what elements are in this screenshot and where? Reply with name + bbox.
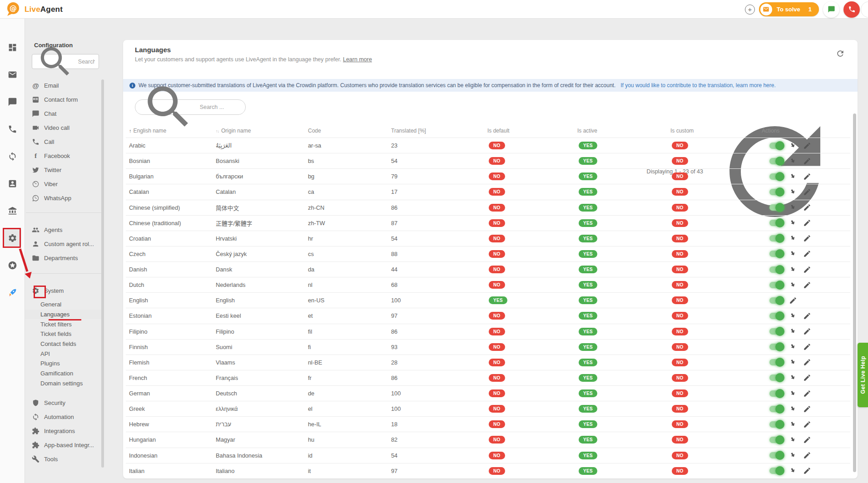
active-toggle[interactable] bbox=[769, 328, 783, 335]
active-toggle[interactable] bbox=[769, 189, 783, 195]
download-icon[interactable] bbox=[789, 374, 797, 382]
active-toggle[interactable] bbox=[769, 235, 783, 242]
partial-status-button[interactable] bbox=[861, 1, 868, 18]
sidebar-subitem-contact-fields[interactable]: Contact fields bbox=[25, 339, 103, 349]
table-row-chinese-traditional[interactable]: Chinese (traditional)正體字/繁體字zh-TW87NOYES… bbox=[126, 215, 850, 231]
table-row-greek[interactable]: Greekελληνικάel100NOYESNO bbox=[126, 401, 850, 416]
sidebar-scrollbar[interactable] bbox=[101, 79, 104, 468]
active-toggle[interactable] bbox=[769, 204, 783, 211]
table-row-hungarian[interactable]: HungarianMagyarhu82NOYESNO bbox=[126, 432, 850, 447]
sidebar-subitem-api[interactable]: API bbox=[25, 349, 103, 359]
download-icon[interactable] bbox=[789, 389, 797, 398]
active-toggle[interactable] bbox=[769, 359, 783, 365]
sidebar-item-agents[interactable]: Agents bbox=[25, 223, 103, 237]
table-row-finnish[interactable]: FinnishSuomifi93NOYESNO bbox=[126, 339, 850, 355]
table-search-input[interactable] bbox=[200, 104, 240, 110]
column-header-is-custom[interactable]: Is custom bbox=[670, 128, 762, 134]
banner-link[interactable]: If you would like to contribute to the t… bbox=[620, 82, 776, 89]
table-row-bosnian[interactable]: BosnianBosanskibs54NOYESNO bbox=[126, 153, 850, 168]
table-row-dutch[interactable]: DutchNederlandsnl68NOYESNO bbox=[126, 277, 850, 292]
rail-item-contact-card[interactable] bbox=[3, 174, 21, 192]
sidebar-subitem-domain-settings[interactable]: Domain settings bbox=[25, 379, 103, 389]
download-icon[interactable] bbox=[789, 327, 797, 335]
download-icon[interactable] bbox=[789, 172, 797, 181]
edit-icon[interactable] bbox=[803, 234, 811, 242]
rail-item-call[interactable] bbox=[3, 120, 21, 138]
column-header-actions[interactable]: Actions bbox=[762, 128, 850, 134]
edit-icon[interactable] bbox=[803, 312, 811, 320]
sidebar-item-departments[interactable]: Departments bbox=[25, 251, 103, 265]
active-toggle[interactable] bbox=[769, 406, 783, 412]
download-icon[interactable] bbox=[789, 234, 797, 242]
sidebar-item-automation[interactable]: Automation bbox=[25, 410, 103, 424]
edit-icon[interactable] bbox=[803, 203, 811, 212]
call-status-button[interactable] bbox=[843, 1, 860, 18]
edit-icon[interactable] bbox=[803, 420, 811, 429]
download-icon[interactable] bbox=[789, 451, 797, 459]
edit-icon[interactable] bbox=[803, 436, 811, 444]
learn-more-link[interactable]: Learn more bbox=[343, 56, 372, 63]
table-row-catalan[interactable]: CatalanCatalanca17NOYESNO bbox=[126, 184, 850, 199]
active-toggle[interactable] bbox=[769, 220, 783, 226]
active-toggle[interactable] bbox=[769, 143, 783, 149]
edit-icon[interactable] bbox=[803, 327, 811, 335]
edit-icon[interactable] bbox=[803, 343, 811, 351]
sidebar-search[interactable] bbox=[32, 54, 99, 69]
sidebar-item-contact-form[interactable]: Contact form bbox=[25, 93, 103, 107]
liveagent-logo[interactable]: @ LiveAgent bbox=[6, 2, 63, 17]
active-toggle[interactable] bbox=[769, 375, 783, 381]
edit-icon[interactable] bbox=[789, 296, 797, 305]
table-row-french[interactable]: FrenchFrançaisfr86NOYESNO bbox=[126, 370, 850, 385]
sidebar-item-app-based-integr[interactable]: App-based Integr... bbox=[25, 438, 103, 452]
download-icon[interactable] bbox=[789, 312, 797, 320]
rail-item-chat[interactable] bbox=[3, 93, 21, 111]
add-new-button[interactable]: + bbox=[745, 5, 755, 15]
active-toggle[interactable] bbox=[769, 158, 783, 164]
table-row-english[interactable]: EnglishEnglishen-US100YESYESNO bbox=[126, 292, 850, 308]
table-row-filipino[interactable]: FilipinoFilipinofil86NOYESNO bbox=[126, 324, 850, 339]
active-toggle[interactable] bbox=[769, 468, 783, 474]
edit-icon[interactable] bbox=[803, 358, 811, 366]
sidebar-item-twitter[interactable]: Twitter bbox=[25, 163, 103, 177]
edit-icon[interactable] bbox=[803, 219, 811, 227]
rail-item-mail[interactable] bbox=[3, 65, 21, 84]
to-solve-button[interactable]: To solve 1 bbox=[759, 2, 819, 16]
sidebar-item-viber[interactable]: Viber bbox=[25, 177, 103, 191]
download-icon[interactable] bbox=[789, 157, 797, 165]
sidebar-subitem-gamification[interactable]: Gamification bbox=[25, 369, 103, 379]
download-icon[interactable] bbox=[789, 343, 797, 351]
edit-icon[interactable] bbox=[803, 266, 811, 274]
table-row-hebrew[interactable]: Hebrewעבריתhe-IL18NOYESNO bbox=[126, 416, 850, 432]
sidebar-subitem-ticket-fields[interactable]: Ticket fields bbox=[25, 329, 103, 339]
active-toggle[interactable] bbox=[769, 437, 783, 443]
table-row-croatian[interactable]: CroatianHrvatskihr54NOYESNO bbox=[126, 231, 850, 246]
download-icon[interactable] bbox=[789, 281, 797, 289]
table-row-chinese-simplified[interactable]: Chinese (simplified)简体中文zh-CN86NOYESNO bbox=[126, 200, 850, 215]
download-icon[interactable] bbox=[789, 250, 797, 258]
sidebar-item-custom-agent-rol[interactable]: Custom agent rol... bbox=[25, 237, 103, 251]
sidebar-item-whatsapp[interactable]: WhatsApp bbox=[25, 191, 103, 205]
active-toggle[interactable] bbox=[769, 173, 783, 180]
download-icon[interactable] bbox=[789, 405, 797, 413]
rail-item-gear[interactable] bbox=[3, 229, 21, 247]
sidebar-subitem-general[interactable]: General bbox=[25, 300, 103, 310]
sidebar-item-email[interactable]: @Email bbox=[25, 79, 103, 93]
sidebar-item-system[interactable]: System bbox=[25, 284, 103, 298]
table-row-czech[interactable]: CzechČeský jazykcs88NOYESNO bbox=[126, 246, 850, 261]
table-row-german[interactable]: GermanDeutschde100NOYESNO bbox=[126, 385, 850, 401]
sidebar-subitem-ticket-filters[interactable]: Ticket filters bbox=[25, 319, 103, 329]
table-row-arabic[interactable]: Arabicالعَرَبِيَةُar-sa23NOYESNO bbox=[126, 138, 850, 153]
download-icon[interactable] bbox=[789, 142, 797, 150]
sidebar-item-chat[interactable]: Chat bbox=[25, 107, 103, 121]
download-icon[interactable] bbox=[789, 436, 797, 444]
edit-icon[interactable] bbox=[803, 451, 811, 459]
sidebar-item-facebook[interactable]: fFacebook bbox=[25, 149, 103, 163]
sidebar-search-input[interactable] bbox=[78, 59, 95, 65]
sidebar-item-tools[interactable]: Tools bbox=[25, 452, 103, 466]
sidebar-item-integrations[interactable]: Integrations bbox=[25, 424, 103, 438]
rail-item-bank[interactable] bbox=[3, 202, 21, 220]
edit-icon[interactable] bbox=[803, 188, 811, 196]
column-header-translated[interactable]: Translated [%] bbox=[391, 128, 487, 134]
get-live-help-tab[interactable]: Get Live Help bbox=[858, 343, 868, 407]
chat-status-button[interactable] bbox=[823, 1, 839, 18]
